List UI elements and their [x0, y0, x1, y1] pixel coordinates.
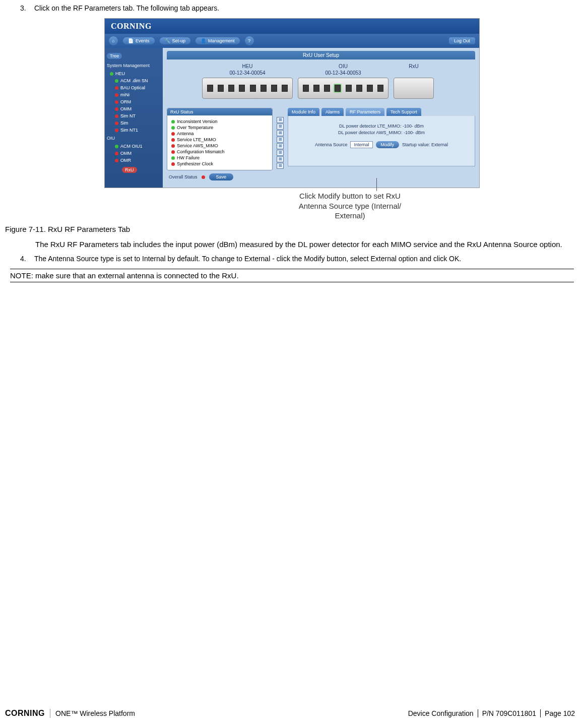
tabs-panel: Module Info Alarms RF Parameters Tech Su… [288, 108, 475, 170]
status-dot-icon [171, 162, 175, 166]
antenna-source-label: Antenna Source [315, 142, 348, 147]
status-dot-icon [110, 72, 113, 76]
status-dot-icon [115, 145, 118, 148]
mask-checkbox[interactable]: ⊠ [277, 163, 284, 169]
status-line-label: Service LTE_MIMO [177, 137, 216, 142]
sidebar-oiu-head: OIU [107, 136, 161, 141]
menu-management[interactable]: 👤Management [196, 37, 240, 44]
sidebar-item[interactable]: OMM [112, 150, 161, 157]
status-dot-icon [115, 159, 118, 162]
hw-oiu-label: OIU [298, 64, 388, 69]
status-line: Service LTE_MIMO [171, 137, 268, 143]
tab-tech-support[interactable]: Tech Support [386, 108, 421, 116]
status-dot-icon [115, 122, 118, 125]
sidebar-item[interactable]: ORM [112, 98, 161, 105]
sidebar-item[interactable]: OMM [112, 105, 161, 112]
status-line: Over Temperature [171, 125, 268, 131]
sidebar-heu[interactable]: HEU [107, 70, 161, 77]
main-pane: RxU User Setup HEU 00-12-34-00054 OIU 00… [163, 48, 479, 188]
status-dot-icon [171, 138, 175, 142]
save-button[interactable]: Save [209, 173, 234, 180]
footer-divider-icon [50, 709, 50, 718]
status-line-label: Inconsistent Version [177, 119, 218, 124]
step-3-text: Click on the RF Parameters tab. The foll… [34, 4, 579, 12]
mask-checkbox[interactable]: ⊠ [277, 156, 284, 162]
sidebar-item[interactable]: miNi [112, 91, 161, 98]
status-dot-icon [115, 152, 118, 155]
status-dot-icon [115, 129, 118, 132]
footer-section: Device Configuration [408, 709, 478, 717]
sidebar-item[interactable]: OMR [112, 157, 161, 164]
hw-oiu-block[interactable] [298, 78, 388, 99]
menu-setup[interactable]: 🔧Set-up [160, 37, 191, 44]
status-dot-icon [115, 79, 118, 83]
sidebar-rxu[interactable]: RxU [112, 164, 161, 176]
hw-rxu-label: RxU [394, 64, 434, 69]
step-3-number: 3. [20, 4, 34, 12]
tab-rf-parameters[interactable]: RF Parameters [346, 108, 384, 116]
sidebar-item[interactable]: ACM .dim SN [112, 77, 161, 84]
modify-button[interactable]: Modify [376, 141, 400, 148]
mask-checkbox[interactable]: ⊠ [277, 143, 284, 149]
status-line-label: HW Failure [177, 155, 200, 160]
mask-checkbox[interactable]: ⊠ [277, 137, 284, 143]
menu-events[interactable]: 📄Events [123, 37, 155, 44]
tab-module-info[interactable]: Module Info [288, 108, 319, 116]
figure-7-11: CORNING ⌂ 📄Events 🔧Set-up 👤Management ? … [5, 18, 579, 188]
status-line: Inconsistent Version [171, 118, 268, 125]
step-4-text: The Antenna Source type is set to Intern… [34, 255, 579, 263]
footer-brand: CORNING [5, 709, 45, 718]
sidebar-item-label: ACM .dim SN [120, 78, 148, 83]
sidebar-item-label: miNi [120, 92, 129, 97]
sidebar-item-label: Sim NT1 [120, 128, 138, 133]
status-line: Configuration Mismatch [171, 149, 268, 155]
annotation: Click Modify button to set RxU Antenna S… [104, 191, 480, 221]
sidebar-item-label: ORM [120, 99, 131, 104]
menu-events-label: Events [136, 38, 150, 43]
status-line: Service AWS_MIMO [171, 143, 268, 149]
status-dot-icon [171, 120, 175, 124]
figure-caption: Figure 7-11. RxU RF Parameters Tab [5, 225, 579, 233]
footer-page: Page 102 [540, 709, 579, 717]
mask-checkbox[interactable]: ⊠ [277, 117, 284, 123]
sidebar-rxu-label: RxU [122, 167, 137, 173]
overall-status-label: Overall Status [169, 174, 198, 179]
mask-checkbox[interactable]: ⊠ [277, 130, 284, 136]
sidebar-tree-pill[interactable]: Tree [107, 53, 122, 59]
hw-rxu-block[interactable] [394, 78, 434, 99]
mask-checkbox[interactable]: ⊠ [277, 150, 284, 156]
status-dot-icon [171, 156, 175, 160]
page-footer: CORNING ONE™ Wireless Platform Device Co… [5, 709, 579, 718]
sidebar-item[interactable]: BAU Optical [112, 84, 161, 91]
status-line-label: Synthesizer Clock [177, 161, 213, 166]
sidebar: Tree System Management HEU ACM .dim SN B… [105, 48, 163, 188]
hw-oiu-serial: 00-12-34-00053 [298, 70, 388, 76]
status-dot-icon [115, 93, 118, 97]
step-4-number: 4. [20, 255, 34, 263]
logout-button[interactable]: Log Out [449, 37, 475, 44]
status-dot-icon [171, 126, 175, 130]
sidebar-item[interactable]: Sim [112, 119, 161, 127]
overall-status-dot-icon [202, 175, 205, 179]
sidebar-item[interactable]: Sim NT [112, 112, 161, 119]
app-screenshot: CORNING ⌂ 📄Events 🔧Set-up 👤Management ? … [104, 18, 480, 188]
home-icon[interactable]: ⌂ [109, 36, 118, 45]
hw-rxu: RxU [394, 64, 434, 99]
sidebar-item[interactable]: Sim NT1 [112, 127, 161, 134]
annotation-line-2: Antenna Source type (Internal/ [220, 201, 480, 211]
app-brand: CORNING [105, 19, 479, 34]
sidebar-item[interactable]: ACM OIU1 [112, 143, 161, 150]
sidebar-heu-label: HEU [115, 71, 125, 76]
status-line-label: Configuration Mismatch [177, 149, 225, 154]
mask-checkbox[interactable]: ⊠ [277, 124, 284, 130]
menu-help[interactable]: ? [245, 36, 254, 45]
sidebar-item-label: ACM OIU1 [120, 144, 143, 149]
hardware-row: HEU 00-12-34-00054 OIU 00-12-34-00053 [167, 62, 475, 105]
app-menubar: ⌂ 📄Events 🔧Set-up 👤Management ? Log Out [105, 34, 479, 48]
tab-alarms[interactable]: Alarms [321, 108, 344, 116]
hw-heu-block[interactable] [202, 78, 293, 99]
overall-status-row: Overall Status Save [167, 170, 475, 183]
antenna-source-value: Internal [350, 141, 372, 148]
hw-heu-label: HEU [202, 64, 293, 69]
status-line-label: Over Temperature [177, 125, 213, 130]
